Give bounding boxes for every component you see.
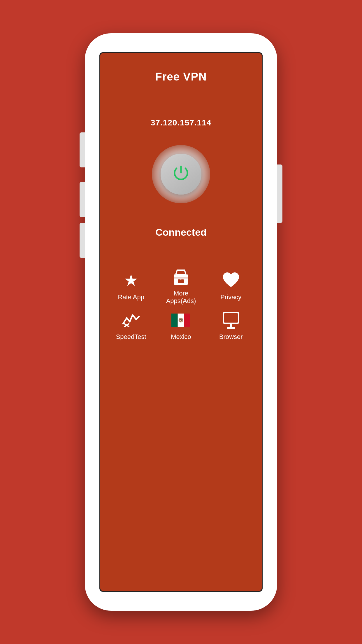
power-icon <box>171 164 191 184</box>
svg-rect-14 <box>224 313 238 323</box>
speedtest-label: SpeedTest <box>116 333 146 341</box>
power-button-glow <box>152 145 210 203</box>
svg-rect-10 <box>184 314 191 327</box>
svg-rect-3 <box>178 279 181 283</box>
phone-frame: Free VPN 37.120.157.114 Connected <box>85 33 277 611</box>
svg-rect-15 <box>230 324 232 327</box>
menu-item-speedtest[interactable]: SpeedTest <box>109 311 153 341</box>
svg-rect-8 <box>171 314 178 327</box>
menu-item-mexico[interactable]: 🦅 Mexico <box>159 311 203 341</box>
more-apps-label: More Apps(Ads) <box>159 290 203 305</box>
mexico-label: Mexico <box>171 333 191 341</box>
menu-item-rate-app[interactable]: ★ Rate App <box>109 267 153 305</box>
ip-address: 37.120.157.114 <box>151 118 212 127</box>
svg-rect-1 <box>174 274 188 285</box>
power-button-inner[interactable] <box>161 154 201 195</box>
privacy-label: Privacy <box>220 293 241 301</box>
flag-icon: 🦅 <box>171 311 190 330</box>
svg-text:🦅: 🦅 <box>179 318 183 322</box>
power-button-wrapper[interactable] <box>152 145 210 203</box>
connected-status: Connected <box>155 227 207 238</box>
menu-item-more-apps[interactable]: More Apps(Ads) <box>159 267 203 305</box>
menu-item-browser[interactable]: Browser <box>209 311 253 341</box>
rate-app-label: Rate App <box>118 293 144 301</box>
app-title: Free VPN <box>155 71 207 83</box>
browser-label: Browser <box>219 333 243 341</box>
svg-rect-16 <box>227 327 235 329</box>
menu-item-privacy[interactable]: Privacy <box>209 267 253 305</box>
svg-rect-4 <box>181 279 184 283</box>
menu-grid: ★ Rate App <box>100 267 262 341</box>
phone-screen: Free VPN 37.120.157.114 Connected <box>99 52 263 592</box>
heart-icon <box>222 271 240 290</box>
star-icon: ★ <box>122 271 140 290</box>
store-icon <box>171 267 190 286</box>
speedtest-icon <box>122 311 140 330</box>
browser-icon <box>222 311 240 330</box>
